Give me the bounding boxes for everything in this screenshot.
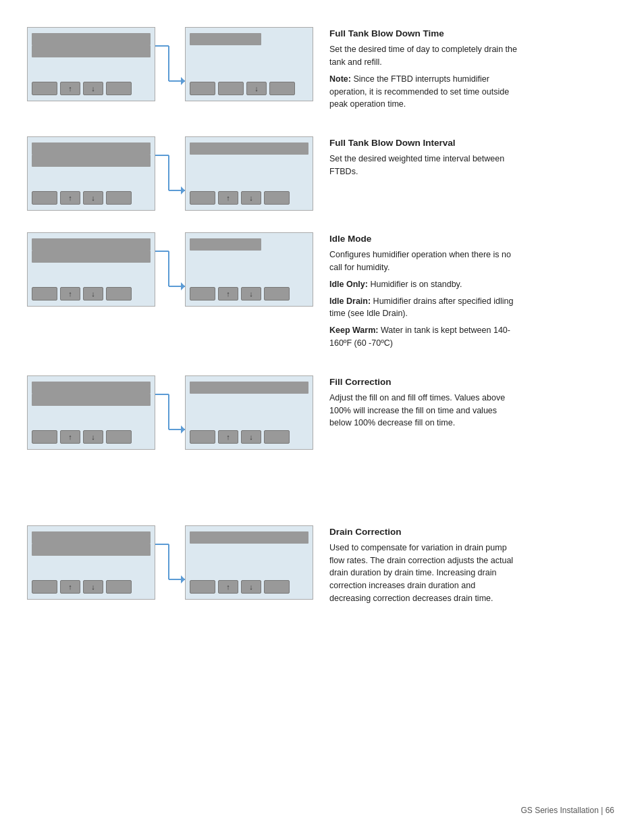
btn-menu-r2[interactable] (190, 191, 215, 205)
description-3: Idle Mode Configures humidifier operatio… (329, 232, 518, 354)
btn-enter[interactable] (106, 82, 132, 95)
panels-group-1: ↑ ↓ (27, 27, 313, 101)
btn-down-r5[interactable]: ↓ (241, 580, 261, 594)
btn-down-3[interactable]: ↓ (83, 287, 103, 301)
btn-menu-2[interactable] (32, 191, 57, 205)
lcd-buttons-right-3: ↑ ↓ (190, 287, 308, 301)
btn-up-r4[interactable]: ↑ (218, 430, 238, 444)
btn-menu-5[interactable] (32, 580, 57, 594)
btn-down-5[interactable]: ↓ (83, 580, 103, 594)
lcd-bar-top-2 (32, 142, 151, 155)
btn-down-4[interactable]: ↓ (83, 430, 103, 444)
lcd-bar-mid-2 (32, 155, 151, 167)
btn-up-3[interactable]: ↑ (60, 287, 80, 301)
right-panel-5: ↑ ↓ (185, 525, 313, 600)
desc-5-p1: Used to compensate for variation in drai… (329, 542, 518, 605)
keep-warm-label: Keep Warm: (329, 325, 378, 335)
btn-menu-4[interactable] (32, 430, 57, 444)
lcd-bar-mid-5 (32, 544, 151, 556)
description-4: Fill Correction Adjust the fill on and f… (329, 375, 518, 434)
lcd-bar-mid-3 (32, 251, 151, 263)
footer-text: GS Series Installation | 66 (520, 806, 614, 815)
lcd-bar-short (190, 33, 261, 45)
btn-down[interactable]: ↓ (83, 82, 103, 95)
btn-menu[interactable] (32, 82, 57, 95)
note-text: Since the FTBD interrupts humidifier ope… (329, 74, 509, 109)
right-panel-1: ↓ (185, 27, 313, 101)
btn-down-2[interactable]: ↓ (83, 191, 103, 205)
lcd-bar-top-3 (32, 238, 151, 251)
idle-only-label: Idle Only: (329, 280, 368, 289)
desc-1-p1: Set the desired time of day to completel… (329, 43, 518, 69)
btn-enter-r3[interactable] (264, 287, 290, 301)
arrow-3 (155, 232, 185, 307)
btn-enter-r4[interactable] (264, 430, 290, 444)
btn-menu-r3[interactable] (190, 287, 215, 301)
lcd-buttons-left-5: ↑ ↓ (32, 580, 151, 594)
btn-down-r[interactable]: ↓ (246, 82, 267, 95)
note-label: Note: (329, 74, 351, 84)
btn-down-r2[interactable]: ↓ (241, 191, 261, 205)
lcd-buttons-right-5: ↑ ↓ (190, 580, 308, 594)
btn-up[interactable]: ↑ (60, 82, 80, 95)
btn-up-4[interactable]: ↑ (60, 430, 80, 444)
lcd-buttons-left-3: ↑ ↓ (32, 287, 151, 301)
lcd-bar-r3 (190, 238, 261, 251)
btn-enter-2[interactable] (106, 191, 132, 205)
right-panel-2: ↑ ↓ (185, 136, 313, 211)
btn-menu-3[interactable] (32, 287, 57, 301)
desc-3-p3: Idle Drain: Humidifier drains after spec… (329, 295, 518, 321)
btn-up-5[interactable]: ↑ (60, 580, 80, 594)
btn-enter-3[interactable] (106, 287, 132, 301)
lcd-buttons-left-4: ↑ ↓ (32, 430, 151, 444)
lcd-buttons-right: ↓ (190, 82, 308, 95)
lcd-bar-middle (32, 45, 151, 57)
btn-down-r3[interactable]: ↓ (241, 287, 261, 301)
desc-3-p2: Idle Only: Humidifier is on standby. (329, 278, 518, 291)
arrow-2 (155, 136, 185, 211)
section-full-tank-blow-down-time: ↑ ↓ (27, 27, 617, 115)
btn-up-r5[interactable]: ↑ (218, 580, 238, 594)
lcd-buttons-right-2: ↑ ↓ (190, 191, 308, 205)
btn-up-r2[interactable]: ↑ (218, 191, 238, 205)
gap (27, 471, 617, 504)
section-idle-mode: ↑ ↓ ↑ ↓ (27, 232, 617, 354)
panels-group-5: ↑ ↓ ↑ ↓ (27, 525, 313, 600)
left-panel-5: ↑ ↓ (27, 525, 155, 600)
btn-menu-r5[interactable] (190, 580, 215, 594)
title-1: Full Tank Blow Down Time (329, 27, 518, 41)
btn-enter-r2[interactable] (264, 191, 290, 205)
btn-down-r4[interactable]: ↓ (241, 430, 261, 444)
section-drain-correction: ↑ ↓ ↑ ↓ (27, 525, 617, 609)
section-fill-correction: ↑ ↓ ↑ ↓ (27, 375, 617, 450)
title-2: Full Tank Blow Down Interval (329, 136, 518, 150)
idle-drain-label: Idle Drain: (329, 296, 371, 306)
desc-2-p1: Set the desired weighted time interval b… (329, 153, 518, 178)
lcd-buttons-left-2: ↑ ↓ (32, 191, 151, 205)
btn-menu-r[interactable] (190, 82, 215, 95)
right-panel-4: ↑ ↓ (185, 375, 313, 450)
btn-enter-4[interactable] (106, 430, 132, 444)
section-full-tank-blow-down-interval: ↑ ↓ ↑ ↓ (27, 136, 617, 211)
lcd-bar-r4 (190, 382, 308, 394)
btn-up-r3[interactable]: ↑ (218, 287, 238, 301)
arrow-4 (155, 375, 185, 450)
lcd-buttons-left: ↑ ↓ (32, 82, 151, 95)
btn-enter-5[interactable] (106, 580, 132, 594)
description-1: Full Tank Blow Down Time Set the desired… (329, 27, 518, 115)
btn-blank-r[interactable] (218, 82, 244, 95)
lcd-bar-top (32, 33, 151, 45)
btn-menu-r4[interactable] (190, 430, 215, 444)
btn-enter-r[interactable] (269, 82, 295, 95)
footer: GS Series Installation | 66 (520, 806, 614, 815)
btn-up-2[interactable]: ↑ (60, 191, 80, 205)
desc-3-p1: Configures humidifier operation when the… (329, 249, 518, 274)
panels-group-2: ↑ ↓ ↑ ↓ (27, 136, 313, 211)
lcd-bar-mid-4 (32, 394, 151, 406)
left-panel-1: ↑ ↓ (27, 27, 155, 101)
page-content: ↑ ↓ (27, 27, 617, 609)
left-panel-4: ↑ ↓ (27, 375, 155, 450)
btn-enter-r5[interactable] (264, 580, 290, 594)
lcd-bar-r2 (190, 142, 308, 155)
lcd-bar-top-5 (32, 531, 151, 544)
